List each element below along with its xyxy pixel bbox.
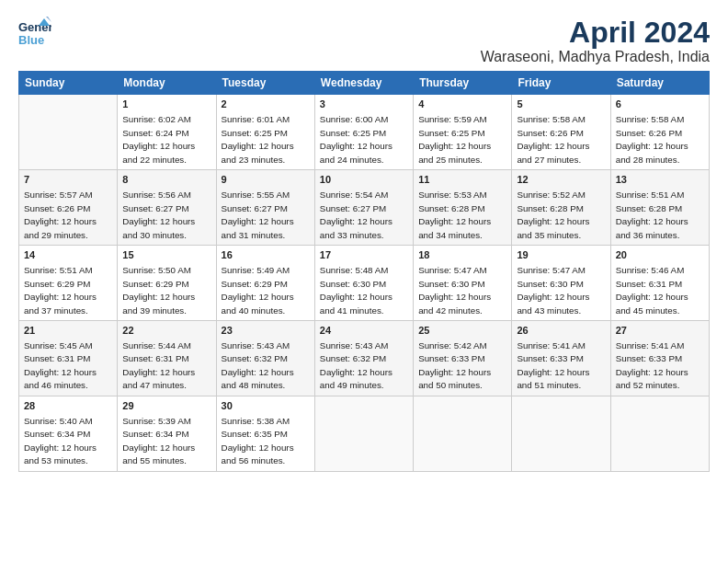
cell-info: Sunrise: 5:55 AMSunset: 6:27 PMDaylight:… — [222, 190, 294, 240]
cell-info: Sunrise: 5:48 AMSunset: 6:30 PMDaylight:… — [320, 265, 392, 316]
cell-info: Sunrise: 5:50 AMSunset: 6:29 PMDaylight:… — [122, 265, 195, 316]
calendar-cell: 26Sunrise: 5:41 AMSunset: 6:33 PMDayligh… — [512, 321, 610, 396]
calendar-cell: 22Sunrise: 5:44 AMSunset: 6:31 PMDayligh… — [118, 321, 216, 396]
cell-info: Sunrise: 5:47 AMSunset: 6:30 PMDaylight:… — [418, 265, 491, 316]
day-number: 3 — [320, 98, 408, 112]
week-row-5: 28Sunrise: 5:40 AMSunset: 6:34 PMDayligh… — [19, 396, 710, 471]
cell-info: Sunrise: 6:01 AMSunset: 6:25 PMDaylight:… — [222, 114, 294, 165]
cell-info: Sunrise: 5:47 AMSunset: 6:30 PMDaylight:… — [517, 265, 589, 316]
cell-info: Sunrise: 5:51 AMSunset: 6:28 PMDaylight:… — [616, 190, 688, 240]
calendar-cell: 17Sunrise: 5:48 AMSunset: 6:30 PMDayligh… — [314, 246, 413, 321]
calendar-cell: 1Sunrise: 6:02 AMSunset: 6:24 PMDaylight… — [118, 95, 216, 170]
calendar-cell — [512, 396, 610, 471]
week-row-3: 14Sunrise: 5:51 AMSunset: 6:29 PMDayligh… — [19, 246, 710, 321]
day-number: 9 — [222, 173, 310, 188]
calendar-cell: 16Sunrise: 5:49 AMSunset: 6:29 PMDayligh… — [216, 246, 314, 321]
day-number: 24 — [320, 324, 408, 339]
calendar-cell: 4Sunrise: 5:59 AMSunset: 6:25 PMDaylight… — [414, 95, 512, 170]
week-row-4: 21Sunrise: 5:45 AMSunset: 6:31 PMDayligh… — [19, 321, 710, 396]
cell-info: Sunrise: 5:43 AMSunset: 6:32 PMDaylight:… — [320, 340, 392, 391]
calendar-cell: 15Sunrise: 5:50 AMSunset: 6:29 PMDayligh… — [118, 246, 216, 321]
header-thursday: Thursday — [414, 72, 512, 95]
cell-info: Sunrise: 5:59 AMSunset: 6:25 PMDaylight:… — [418, 114, 491, 165]
cell-info: Sunrise: 5:56 AMSunset: 6:27 PMDaylight:… — [122, 190, 195, 240]
day-number: 10 — [320, 173, 408, 188]
day-number: 11 — [418, 173, 506, 188]
cell-info: Sunrise: 5:58 AMSunset: 6:26 PMDaylight:… — [517, 114, 589, 165]
calendar-cell: 30Sunrise: 5:38 AMSunset: 6:35 PMDayligh… — [216, 396, 314, 471]
logo: General Blue — [18, 17, 51, 53]
calendar-cell: 14Sunrise: 5:51 AMSunset: 6:29 PMDayligh… — [19, 246, 118, 321]
day-number: 28 — [24, 399, 112, 414]
day-number: 18 — [418, 248, 506, 263]
calendar-cell: 12Sunrise: 5:52 AMSunset: 6:28 PMDayligh… — [512, 170, 610, 246]
header-wednesday: Wednesday — [314, 72, 413, 95]
day-number: 14 — [24, 248, 112, 263]
cell-info: Sunrise: 5:41 AMSunset: 6:33 PMDaylight:… — [517, 340, 589, 391]
cell-info: Sunrise: 5:38 AMSunset: 6:35 PMDaylight:… — [222, 416, 294, 466]
day-number: 30 — [222, 399, 310, 414]
day-number: 6 — [616, 98, 704, 112]
cell-info: Sunrise: 5:46 AMSunset: 6:31 PMDaylight:… — [616, 265, 688, 316]
title-block: April 2024 Waraseoni, Madhya Pradesh, In… — [481, 17, 710, 65]
calendar-cell: 21Sunrise: 5:45 AMSunset: 6:31 PMDayligh… — [19, 321, 118, 396]
cell-info: Sunrise: 5:49 AMSunset: 6:29 PMDaylight:… — [222, 265, 294, 316]
calendar-table: Sunday Monday Tuesday Wednesday Thursday… — [18, 71, 710, 472]
day-number: 1 — [122, 98, 210, 112]
cell-info: Sunrise: 5:57 AMSunset: 6:26 PMDaylight:… — [24, 190, 97, 240]
calendar-cell — [19, 95, 118, 170]
calendar-cell: 27Sunrise: 5:41 AMSunset: 6:33 PMDayligh… — [610, 321, 709, 396]
day-number: 20 — [616, 248, 704, 263]
cell-info: Sunrise: 5:51 AMSunset: 6:29 PMDaylight:… — [24, 265, 97, 316]
cell-info: Sunrise: 6:00 AMSunset: 6:25 PMDaylight:… — [320, 114, 392, 165]
cell-info: Sunrise: 5:41 AMSunset: 6:33 PMDaylight:… — [616, 340, 688, 391]
day-number: 19 — [517, 248, 605, 263]
calendar-cell: 7Sunrise: 5:57 AMSunset: 6:26 PMDaylight… — [19, 170, 118, 246]
day-number: 23 — [222, 324, 310, 339]
day-number: 7 — [24, 173, 112, 188]
header-sunday: Sunday — [19, 72, 118, 95]
cell-info: Sunrise: 5:54 AMSunset: 6:27 PMDaylight:… — [320, 190, 392, 240]
svg-text:Blue: Blue — [18, 33, 44, 47]
day-number: 21 — [24, 324, 112, 339]
week-row-1: 1Sunrise: 6:02 AMSunset: 6:24 PMDaylight… — [19, 95, 710, 170]
calendar-cell: 9Sunrise: 5:55 AMSunset: 6:27 PMDaylight… — [216, 170, 314, 246]
day-number: 16 — [222, 248, 310, 263]
logo-svg: General Blue — [18, 17, 51, 53]
calendar-cell: 24Sunrise: 5:43 AMSunset: 6:32 PMDayligh… — [314, 321, 413, 396]
calendar-cell: 23Sunrise: 5:43 AMSunset: 6:32 PMDayligh… — [216, 321, 314, 396]
header-friday: Friday — [512, 72, 610, 95]
calendar-cell: 25Sunrise: 5:42 AMSunset: 6:33 PMDayligh… — [414, 321, 512, 396]
day-number: 22 — [122, 324, 210, 339]
header-saturday: Saturday — [610, 72, 709, 95]
calendar-cell: 5Sunrise: 5:58 AMSunset: 6:26 PMDaylight… — [512, 95, 610, 170]
calendar-cell: 29Sunrise: 5:39 AMSunset: 6:34 PMDayligh… — [118, 396, 216, 471]
day-number: 29 — [122, 399, 210, 414]
calendar-cell: 19Sunrise: 5:47 AMSunset: 6:30 PMDayligh… — [512, 246, 610, 321]
cell-info: Sunrise: 6:02 AMSunset: 6:24 PMDaylight:… — [122, 114, 195, 165]
cell-info: Sunrise: 5:43 AMSunset: 6:32 PMDaylight:… — [222, 340, 294, 391]
calendar-cell: 10Sunrise: 5:54 AMSunset: 6:27 PMDayligh… — [314, 170, 413, 246]
calendar-cell: 2Sunrise: 6:01 AMSunset: 6:25 PMDaylight… — [216, 95, 314, 170]
page-header: General Blue April 2024 Waraseoni, Madhy… — [18, 17, 710, 65]
header-monday: Monday — [118, 72, 216, 95]
calendar-cell: 18Sunrise: 5:47 AMSunset: 6:30 PMDayligh… — [414, 246, 512, 321]
calendar-cell: 28Sunrise: 5:40 AMSunset: 6:34 PMDayligh… — [19, 396, 118, 471]
cell-info: Sunrise: 5:39 AMSunset: 6:34 PMDaylight:… — [122, 416, 195, 466]
calendar-subtitle: Waraseoni, Madhya Pradesh, India — [481, 49, 710, 65]
calendar-cell: 3Sunrise: 6:00 AMSunset: 6:25 PMDaylight… — [314, 95, 413, 170]
week-row-2: 7Sunrise: 5:57 AMSunset: 6:26 PMDaylight… — [19, 170, 710, 246]
calendar-cell: 8Sunrise: 5:56 AMSunset: 6:27 PMDaylight… — [118, 170, 216, 246]
day-number: 17 — [320, 248, 408, 263]
calendar-cell: 6Sunrise: 5:58 AMSunset: 6:26 PMDaylight… — [610, 95, 709, 170]
day-number: 26 — [517, 324, 605, 339]
day-number: 27 — [616, 324, 704, 339]
cell-info: Sunrise: 5:40 AMSunset: 6:34 PMDaylight:… — [24, 416, 97, 466]
day-number: 2 — [222, 98, 310, 112]
calendar-cell — [414, 396, 512, 471]
header-row: Sunday Monday Tuesday Wednesday Thursday… — [19, 72, 710, 95]
day-number: 15 — [122, 248, 210, 263]
calendar-cell: 13Sunrise: 5:51 AMSunset: 6:28 PMDayligh… — [610, 170, 709, 246]
header-tuesday: Tuesday — [216, 72, 314, 95]
calendar-cell: 20Sunrise: 5:46 AMSunset: 6:31 PMDayligh… — [610, 246, 709, 321]
